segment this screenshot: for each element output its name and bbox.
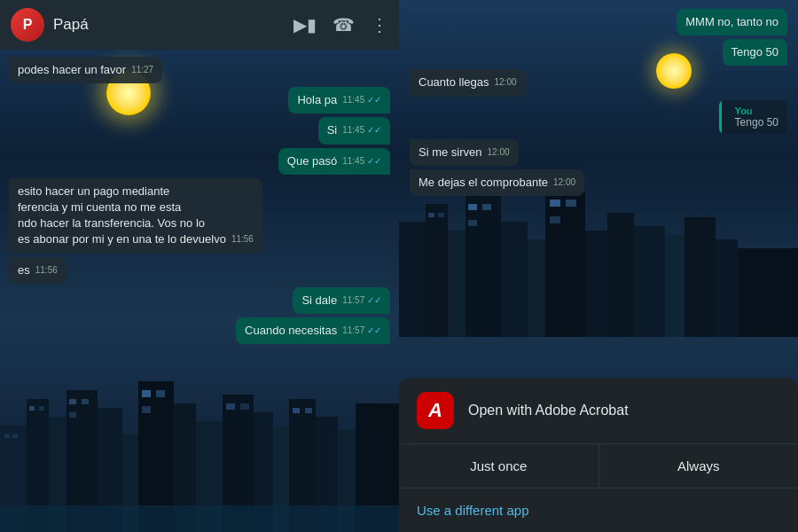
message-text: podes hacer un favor bbox=[18, 63, 126, 76]
message-bubble: es 11:56 bbox=[9, 257, 66, 284]
message-text: Hola pa bbox=[297, 93, 337, 106]
message-bubble: Cuanto llegas 12:00 bbox=[410, 69, 526, 96]
message-bubble: Me dejas el comprobante 12:00 bbox=[410, 169, 584, 196]
message-time: 11:56 bbox=[35, 264, 58, 277]
message-text: Si dale bbox=[301, 293, 337, 307]
always-button[interactable]: Always bbox=[599, 444, 799, 488]
quote-text: Tengo 50 bbox=[735, 116, 778, 129]
message-time: 11:45 ✓✓ bbox=[342, 155, 381, 168]
header-icons: ▶▮ ☎ ⋮ bbox=[293, 14, 388, 35]
message-bubble: Si dale 11:57 ✓✓ bbox=[293, 287, 390, 314]
app-option[interactable]: A Open with Adobe Acrobat bbox=[399, 378, 798, 444]
message-text: Si bbox=[327, 123, 338, 137]
message-time: 11:45 ✓✓ bbox=[342, 94, 381, 106]
message-time: 11:57 ✓✓ bbox=[342, 325, 381, 337]
more-options-icon[interactable]: ⋮ bbox=[371, 14, 388, 35]
message-text: MMM no, tanto no bbox=[685, 15, 778, 28]
right-panel: MMM no, tanto no Tengo 50 Cuanto llegas … bbox=[399, 0, 798, 532]
quote-label: You bbox=[735, 106, 778, 116]
action-buttons-row: Just once Always bbox=[399, 444, 798, 489]
message-bubble: podes hacer un favor 11:27 bbox=[9, 57, 162, 83]
phone-icon[interactable]: ☎ bbox=[332, 14, 355, 35]
message-bubble: Que pasó 11:45 ✓✓ bbox=[278, 148, 390, 175]
messages-area: podes hacer un favor 11:27 Hola pa 11:45… bbox=[0, 50, 399, 532]
message-time: 12:00 bbox=[495, 76, 517, 89]
message-bubble: Cuando necesitas 11:57 ✓✓ bbox=[236, 317, 390, 344]
message-bubble: esito hacer un pago medianteferencia y m… bbox=[9, 178, 262, 254]
chat-panel: P Papá ▶▮ ☎ ⋮ podes hacer un favor 11:27… bbox=[0, 0, 399, 532]
chat-header: P Papá ▶▮ ☎ ⋮ bbox=[0, 0, 399, 50]
contact-name: Papá bbox=[53, 16, 285, 34]
video-call-icon[interactable]: ▶▮ bbox=[293, 14, 317, 35]
message-time: 11:27 bbox=[131, 64, 153, 76]
bottom-sheet: A Open with Adobe Acrobat Just once Alwa… bbox=[399, 378, 798, 532]
message-text: Cuando necesitas bbox=[245, 324, 337, 337]
message-text: es bbox=[18, 263, 30, 277]
message-text: Tengo 50 bbox=[732, 45, 779, 59]
message-text: Me dejas el comprobante bbox=[419, 176, 548, 189]
message-time: 11:57 ✓✓ bbox=[342, 294, 381, 307]
message-bubble: Hola pa 11:45 ✓✓ bbox=[288, 87, 390, 113]
message-time: 12:00 bbox=[488, 146, 510, 159]
message-text: Que pasó bbox=[287, 154, 337, 168]
message-time: 12:00 bbox=[553, 176, 575, 189]
message-time: 11:45 ✓✓ bbox=[342, 124, 381, 137]
message-time: 11:56 bbox=[231, 233, 254, 246]
message-bubble: Si 11:45 ✓✓ bbox=[318, 117, 390, 144]
message-text: Si me sirven bbox=[419, 145, 482, 159]
avatar: P bbox=[11, 8, 44, 42]
adobe-acrobat-icon: A bbox=[417, 392, 454, 429]
message-text: esito hacer un pago medianteferencia y m… bbox=[18, 184, 226, 246]
quote-bar bbox=[719, 100, 722, 134]
just-once-button[interactable]: Just once bbox=[399, 444, 599, 488]
app-option-label: Open with Adobe Acrobat bbox=[468, 403, 629, 419]
message-bubble: MMM no, tanto no bbox=[677, 9, 787, 35]
message-bubble: Si me sirven 12:00 bbox=[410, 139, 519, 166]
message-text: Cuanto llegas bbox=[419, 75, 489, 89]
message-bubble: Tengo 50 bbox=[723, 39, 788, 66]
adobe-logo: A bbox=[428, 399, 442, 422]
quoted-message: You Tengo 50 bbox=[719, 100, 787, 134]
use-different-app-link[interactable]: Use a different app bbox=[399, 489, 798, 532]
